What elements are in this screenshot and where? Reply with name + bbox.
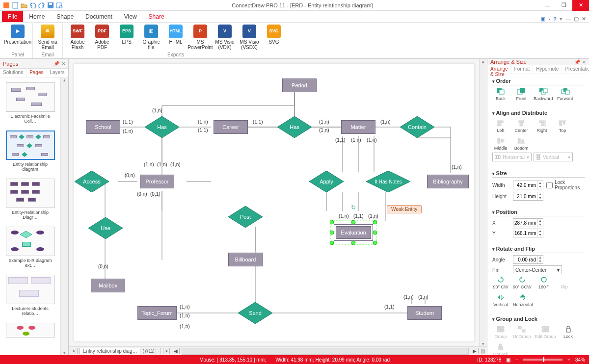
ungroup-button[interactable]: UnGroup [513, 325, 531, 339]
entity-evaluation[interactable]: Evaluation [334, 224, 373, 241]
order-front-button[interactable]: Front [513, 87, 530, 101]
tab-label[interactable]: Entity relationship diag… [80, 348, 141, 354]
entity-billboard[interactable]: Billboard [228, 253, 263, 266]
send-email-button[interactable]: ✉Send via Email [36, 24, 59, 50]
height-input[interactable]: ▲▼ [513, 192, 543, 201]
unlock-button[interactable]: UnLock [492, 343, 509, 355]
nav-first-icon[interactable]: < [71, 348, 78, 354]
align-middle-button[interactable]: Middle [492, 137, 509, 151]
export-visio-vdx-button[interactable]: VMS Visio (VDX) [213, 24, 237, 50]
entity-school[interactable]: School [86, 120, 120, 134]
zoom-out-icon[interactable]: − [515, 357, 518, 363]
entity-topic-forum[interactable]: Topic_Forum [137, 306, 177, 320]
lock-button[interactable]: Lock [560, 325, 577, 339]
subtab-pages[interactable]: Pages [27, 69, 47, 77]
export-visio-vsdx-button[interactable]: VMS Visio (VSDX) [238, 24, 261, 50]
zoom-in-icon[interactable]: + [567, 357, 570, 363]
doc-close-icon[interactable]: ✕ [582, 16, 586, 22]
x-input[interactable]: ▲▼ [513, 218, 543, 227]
entity-student[interactable]: Student [407, 306, 442, 320]
tab-shape[interactable]: Shape [51, 11, 80, 22]
relation-has[interactable]: Has [277, 116, 312, 138]
restore-button[interactable]: ❐ [556, 0, 572, 11]
pin-dropdown[interactable]: Center-Center▾ [513, 265, 562, 274]
pages-scrollbar[interactable]: ▴ ▾ [60, 78, 68, 355]
export-html-button[interactable]: HTMLHTML [164, 24, 187, 50]
flip-horizontal-button[interactable]: Horizontal [513, 293, 533, 307]
canvas-scrollbar-h[interactable] [182, 348, 469, 355]
angle-input[interactable]: ▲▼ [513, 255, 543, 264]
flip-vertical-button[interactable]: Vertical [492, 293, 509, 307]
zoom-value[interactable]: 84% [575, 357, 585, 363]
relation-use[interactable]: Use [88, 217, 123, 239]
distribute-vertical-dropdown[interactable]: Vertical▾ [534, 153, 573, 161]
subtab-format[interactable]: Format [511, 65, 534, 74]
export-eps-button[interactable]: EPSEPS [115, 24, 138, 50]
export-ppt-button[interactable]: PMS PowerPoint [188, 24, 212, 50]
align-left-button[interactable]: Left [492, 119, 509, 133]
page-thumb[interactable]: Entity-Relationship Diagr… [6, 179, 55, 220]
entity-professor[interactable]: Professor [140, 175, 174, 188]
page-thumb[interactable]: Example E-R diagram ext… [6, 227, 55, 268]
tab-share[interactable]: Share [143, 11, 170, 22]
export-svg-button[interactable]: SVGSVG [262, 24, 286, 50]
save-icon[interactable] [47, 2, 54, 9]
store-icon[interactable]: ▣ [540, 16, 545, 22]
rotate-cw-button[interactable]: 90° CW [492, 276, 509, 289]
subtab-hypernote[interactable]: Hypernote [533, 65, 562, 74]
zoom-slider[interactable] [523, 359, 562, 361]
width-input[interactable]: ▲▼ [513, 181, 543, 189]
section-rotate-title[interactable]: Rotate and Flip [492, 244, 585, 253]
tab-document[interactable]: Document [80, 11, 118, 22]
entity-bibliography[interactable]: Bibliography [427, 175, 469, 188]
resize-grip-icon[interactable]: ▨ [481, 348, 485, 354]
minimize-button[interactable]: — [539, 0, 556, 11]
subtab-presentation[interactable]: Presentation [562, 65, 589, 74]
align-center-button[interactable]: Center [513, 119, 530, 133]
scroll-left-icon[interactable]: ◀ [172, 348, 180, 354]
export-pdf-button[interactable]: PDFAdobe PDF [90, 24, 114, 50]
close-button[interactable]: ✕ [572, 0, 589, 11]
tab-home[interactable]: Home [23, 11, 51, 22]
order-backward-button[interactable]: Backward [534, 87, 553, 101]
entity-period[interactable]: Period [282, 78, 317, 92]
rotate-ccw-button[interactable]: 90° CCW [513, 276, 532, 289]
section-size-title[interactable]: Size [492, 168, 585, 178]
y-input[interactable]: ▲▼ [513, 229, 543, 237]
doc-restore-icon[interactable]: ▢ [574, 16, 579, 22]
relation-post[interactable]: Post [228, 206, 263, 228]
relation-contain[interactable]: Contain [400, 116, 434, 138]
page-thumb[interactable]: Entity relationship diagram [6, 130, 55, 172]
page-thumb[interactable] [6, 323, 55, 338]
section-align-title[interactable]: Align and Distribute [492, 108, 585, 117]
order-back-button[interactable]: Back [492, 87, 509, 101]
undo-icon[interactable] [29, 2, 36, 9]
new-icon[interactable] [12, 2, 19, 9]
page-thumb[interactable]: Electronic Facsimile Coll… [6, 82, 55, 124]
export-flash-button[interactable]: SWFAdobe Flash [66, 24, 89, 50]
align-right-button[interactable]: Right [534, 119, 550, 133]
canvas-scrollbar-v[interactable]: ▴ ▾ [479, 59, 487, 346]
section-group-title[interactable]: Group and Lock [492, 314, 585, 323]
export-graphic-button[interactable]: ◧Graphic file [139, 24, 163, 50]
order-forward-button[interactable]: Forward [557, 87, 574, 101]
presentation-button[interactable]: ▶Presentation [6, 24, 29, 45]
rotate-handle-icon[interactable]: ↻ [351, 204, 356, 211]
doc-minimize-icon[interactable]: — [565, 16, 571, 22]
pin-icon[interactable]: 📌 [54, 61, 59, 66]
rotate-180-button[interactable]: 180 ° [535, 276, 552, 289]
tab-view[interactable]: View [118, 11, 143, 22]
subtab-arrange[interactable]: Arrange & Size [487, 65, 511, 74]
entity-mailbox[interactable]: Mailbox [91, 279, 125, 292]
edit-group-button[interactable]: Edit Group [535, 325, 556, 339]
entity-career[interactable]: Career [214, 120, 248, 134]
diagram-canvas[interactable]: Period School Career Matter Professor Bi… [74, 64, 474, 341]
help-icon[interactable]: ? [553, 16, 557, 22]
relation-access[interactable]: Access [75, 171, 109, 192]
nav-prev-icon[interactable]: · [156, 348, 161, 354]
relation-send[interactable]: Send [238, 302, 272, 324]
group-button[interactable]: Group [492, 325, 509, 339]
section-order-title[interactable]: Order [492, 76, 585, 85]
preview-icon[interactable] [56, 2, 63, 9]
fit-icon[interactable]: ▣ [506, 357, 510, 363]
